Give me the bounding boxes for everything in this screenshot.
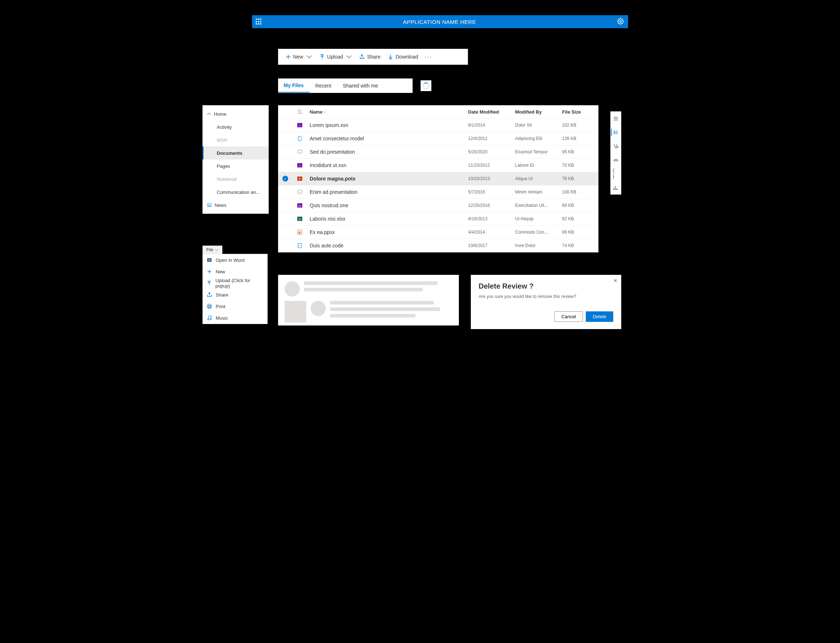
download-label: Download [396,54,418,60]
nav-pages[interactable]: Pages [202,160,269,173]
file-row[interactable]: NQuis nostrud.one12/25/2016Exercitation … [278,199,599,212]
share-button[interactable]: Share [356,49,384,65]
svg-rect-20 [298,190,302,193]
check-icon[interactable] [282,176,288,181]
file-size: 102 KB [562,122,599,128]
svg-text:W: W [208,259,211,262]
chevron-down-icon [346,54,352,60]
file-row[interactable]: Sed do.presentation5/20/2020Eiusmod Temp… [278,145,599,159]
file-date: 4/4/2014 [468,230,515,235]
col-name[interactable]: Name↑ [307,109,468,115]
file-type-icon: I [292,122,307,128]
tab-shared[interactable]: Shared with me [337,78,384,93]
file-date: 12/25/2016 [468,203,515,208]
file-date: 10/10/2013 [468,176,515,181]
file-row[interactable]: PEx ea.ppsx4/4/2014Commodo Con...86 KB [278,226,599,239]
file-name: Enim ad.presentation [307,189,468,195]
file-date: 11/23/2012 [468,163,515,168]
file-modified-by: Minim Veniam [515,189,562,194]
svg-text:X: X [298,218,301,221]
nav-home[interactable]: Home [202,108,269,121]
file-size: 70 KB [562,163,599,168]
file-size: 76 KB [562,176,599,181]
file-size: 74 KB [562,243,599,248]
file-row[interactable]: Enim ad.presentation5/7/2016Minim Veniam… [278,186,599,199]
file-size: 86 KB [562,230,599,235]
file-type-icon [292,149,307,155]
file-modified-by: Irure Dolor [515,243,562,248]
rail-chart-icon[interactable] [612,184,620,191]
file-type-icon: X [292,216,307,222]
new-button[interactable]: New [282,49,316,65]
cancel-button[interactable]: Cancel [555,312,582,322]
more-button[interactable]: ··· [422,53,435,61]
close-icon[interactable]: ✕ [613,278,618,284]
menu-share[interactable]: Share [203,289,267,300]
col-by[interactable]: Modified By [515,109,562,115]
svg-text:N: N [298,204,301,207]
file-header: Name↑ Date Modified Modified By File Siz… [278,105,599,119]
rail-hamburger-icon[interactable] [612,115,620,122]
delete-button[interactable]: Delete [586,312,613,322]
nav-documents[interactable]: Documents [202,147,269,160]
rail-list-icon[interactable] [611,129,618,136]
file-row[interactable]: Amet consectetur.model12/4/2012Adipiscin… [278,132,599,145]
command-bar: New Upload Share Download ··· [278,49,468,65]
delete-dialog: ✕ Delete Review ? Are you sure you would… [471,275,621,329]
file-modified-by: Adipiscing Elit [515,136,562,141]
nav-msn: MSN [202,134,269,147]
col-size[interactable]: File Size [562,109,599,115]
file-size: 100 KB [562,189,599,194]
file-menu-tab[interactable]: File [202,246,222,254]
file-row[interactable]: XLaboris nisi.xlsx4/16/2013Ut Aliquip82 … [278,212,599,226]
shimmer-avatar [311,301,326,316]
shimmer-image [285,301,306,323]
menu-new[interactable]: New [203,266,267,277]
menu-music[interactable]: Music [203,312,267,324]
app-title: APPLICATION NAME HERE [262,19,617,25]
file-row[interactable]: Duis aute.code10/6/2017Irure Dolor74 KB [278,239,599,253]
file-name: Lorem ipsum.xsn [307,122,468,128]
file-name: Amet consectetur.model [307,135,468,141]
file-date: 12/4/2012 [468,136,515,141]
rail-stethoscope-icon[interactable] [612,142,620,150]
file-modified-by: Exercitation Ull... [515,203,562,208]
gear-icon[interactable] [617,18,624,26]
file-date: 5/7/2016 [468,189,515,194]
right-rail: { } [610,111,621,194]
sort-asc-icon: ↑ [324,110,326,114]
file-date: 8/1/2014 [468,122,515,128]
file-row[interactable]: ILorem ipsum.xsn8/1/2014Dolor Sit102 KB [278,119,599,132]
col-date[interactable]: Date Modified [468,109,515,115]
file-modified-by: Aliqua Ut [515,176,562,181]
svg-text:I: I [299,164,300,167]
rail-rainbow-icon[interactable] [612,156,620,163]
rail-braces-icon[interactable]: { } [612,170,620,177]
menu-upload[interactable]: Upload (Click for popup) [203,277,267,289]
upload-button[interactable]: Upload [316,49,356,65]
tab-recent[interactable]: Recent [310,78,337,93]
file-icon [297,109,302,114]
svg-point-32 [613,131,614,132]
waffle-icon[interactable] [256,18,262,25]
file-modified-by: Commodo Con... [515,230,562,235]
file-menu: W Open in Word New Upload (Click for pop… [202,254,267,324]
file-name: Incididunt ut.xsn [307,162,468,168]
svg-point-33 [613,132,614,133]
spinner-icon [423,82,429,89]
download-button[interactable]: Download [384,49,422,65]
nav-communication[interactable]: Communication an... [202,186,269,199]
menu-print[interactable]: Print [203,300,267,312]
menu-open-word[interactable]: W Open in Word [203,254,267,266]
file-name: Sed do.presentation [307,149,468,155]
nav-activity[interactable]: Activity [202,121,269,134]
file-row[interactable]: PDolore magna.potx10/10/2013Aliqua Ut76 … [278,172,599,186]
nav-news[interactable]: News [202,199,269,212]
file-name: Laboris nisi.xlsx [307,216,468,222]
svg-point-54 [210,318,212,320]
tab-myfiles[interactable]: My Files [278,78,310,93]
file-modified-by: Dolor Sit [515,122,562,128]
share-label: Share [367,54,380,60]
file-row[interactable]: IIncididunt ut.xsn11/23/2012Labore Et70 … [278,159,599,172]
svg-text:I: I [299,124,300,127]
